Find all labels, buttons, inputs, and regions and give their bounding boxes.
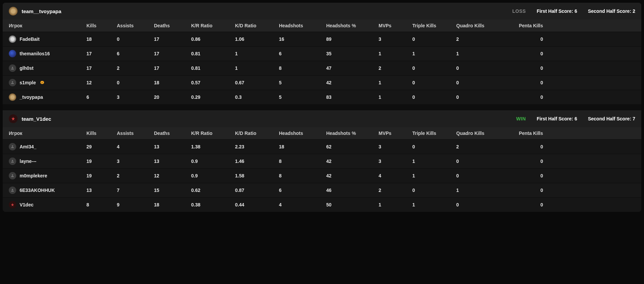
player-name[interactable]: _tvoypapa <box>20 94 43 100</box>
stat-tk: 1 <box>412 159 456 164</box>
player-row[interactable]: themanilos16176170.8116351110 <box>3 46 641 61</box>
stat-kr: 1.38 <box>191 144 235 149</box>
column-header-kills[interactable]: Kills <box>86 131 117 136</box>
column-header-kr[interactable]: K/R Ratio <box>191 23 235 28</box>
player-name[interactable]: themanilos16 <box>20 51 50 56</box>
stat-deaths: 13 <box>154 144 191 149</box>
column-header-hs[interactable]: Headshots <box>279 23 326 28</box>
player-name[interactable]: AmI34_ <box>20 144 36 149</box>
stat-hsp: 35 <box>326 51 379 56</box>
stat-pk: 0 <box>509 36 546 42</box>
player-avatar <box>9 50 16 57</box>
column-header-deaths[interactable]: Deaths <box>154 131 191 136</box>
player-row[interactable]: V1dec89180.380.444501100 <box>3 197 641 212</box>
stat-assists: 9 <box>117 202 154 207</box>
player-row[interactable]: m0mplekere192120.91.588424100 <box>3 168 641 183</box>
team-logo <box>9 114 18 123</box>
stat-assists: 6 <box>117 51 154 56</box>
stat-kr: 0.81 <box>191 51 235 56</box>
stat-assists: 0 <box>117 80 154 85</box>
player-row[interactable]: FadeBait180170.861.0616893020 <box>3 32 641 46</box>
stat-kills: 8 <box>86 202 117 207</box>
team-name[interactable]: team_V1dec <box>22 116 51 122</box>
stat-kd: 0.3 <box>235 94 279 100</box>
column-header-pk[interactable]: Penta Kills <box>509 23 546 28</box>
stat-hs: 8 <box>279 173 326 178</box>
stat-hsp: 42 <box>326 80 379 85</box>
stat-kr: 0.9 <box>191 159 235 164</box>
player-row[interactable]: AmI34_294131.382.2318623020 <box>3 139 641 154</box>
section-spacer <box>3 104 641 110</box>
stat-pk: 0 <box>509 94 546 100</box>
stat-pk: 0 <box>509 51 546 56</box>
column-header-player[interactable]: Игрок <box>9 131 86 136</box>
column-header-kd[interactable]: K/D Ratio <box>235 131 279 136</box>
first-half-score: First Half Score: 6 <box>537 8 577 14</box>
team-header-left: team_V1dec <box>9 114 516 123</box>
stat-tk: 0 <box>412 80 456 85</box>
column-header-deaths[interactable]: Deaths <box>154 23 191 28</box>
player-cell: themanilos16 <box>9 50 86 57</box>
stat-mvps: 1 <box>379 202 412 207</box>
team-name[interactable]: team__tvoypapa <box>22 8 61 14</box>
column-header-hsp[interactable]: Headshots % <box>326 23 379 28</box>
player-avatar <box>9 93 16 101</box>
stat-kr: 0.38 <box>191 202 235 207</box>
stat-kd: 1.46 <box>235 159 279 164</box>
stat-tk: 0 <box>412 36 456 42</box>
column-header-assists[interactable]: Assists <box>117 23 154 28</box>
stat-assists: 7 <box>117 188 154 193</box>
stat-kd: 2.23 <box>235 144 279 149</box>
stat-kills: 19 <box>86 159 117 164</box>
stat-deaths: 18 <box>154 80 191 85</box>
stat-kr: 0.81 <box>191 65 235 71</box>
column-header-hs[interactable]: Headshots <box>279 131 326 136</box>
stat-assists: 3 <box>117 159 154 164</box>
column-header-tk[interactable]: Triple Kills <box>412 131 456 136</box>
stat-pk: 0 <box>509 188 546 193</box>
column-header-player[interactable]: Игрок <box>9 23 86 28</box>
player-avatar <box>9 201 16 208</box>
column-header-kr[interactable]: K/R Ratio <box>191 131 235 136</box>
stat-pk: 0 <box>509 159 546 164</box>
column-header-kills[interactable]: Kills <box>86 23 117 28</box>
stat-mvps: 1 <box>379 94 412 100</box>
player-name[interactable]: 6E33AKOHHUK <box>20 188 55 193</box>
column-header-pk[interactable]: Penta Kills <box>509 131 546 136</box>
stat-kr: 0.29 <box>191 94 235 100</box>
column-header-mvps[interactable]: MVPs <box>379 131 412 136</box>
column-header-kd[interactable]: K/D Ratio <box>235 23 279 28</box>
stat-kd: 0.87 <box>235 188 279 193</box>
player-row[interactable]: glh0st172170.8118472000 <box>3 61 641 75</box>
svg-marker-1 <box>11 203 14 206</box>
first-half-score: First Half Score: 6 <box>537 116 577 121</box>
stat-hs: 8 <box>279 65 326 71</box>
player-name[interactable]: FadeBait <box>20 36 40 42</box>
player-name[interactable]: s1mple <box>20 80 36 85</box>
column-header-assists[interactable]: Assists <box>117 131 154 136</box>
stat-hs: 5 <box>279 94 326 100</box>
player-row[interactable]: layne---193130.91.468423100 <box>3 154 641 168</box>
player-row[interactable]: _tvoypapa63200.290.35831000 <box>3 90 641 104</box>
player-name[interactable]: V1dec <box>20 202 33 207</box>
player-name[interactable]: glh0st <box>20 65 33 71</box>
stat-hsp: 62 <box>326 144 379 149</box>
column-header-hsp[interactable]: Headshots % <box>326 131 379 136</box>
column-header-qk[interactable]: Quadro Kills <box>456 23 509 28</box>
player-row[interactable]: 6E33AKOHHUK137150.620.876462010 <box>3 183 641 197</box>
column-header-mvps[interactable]: MVPs <box>379 23 412 28</box>
stat-kr: 0.62 <box>191 188 235 193</box>
team-section: team_V1decWINFirst Half Score: 6Second H… <box>3 110 641 212</box>
stats-table: ИгрокKillsAssistsDeathsK/R RatioK/D Rati… <box>3 127 641 212</box>
stat-qk: 2 <box>456 144 509 149</box>
column-header-qk[interactable]: Quadro Kills <box>456 131 509 136</box>
stat-tk: 0 <box>412 65 456 71</box>
column-header-tk[interactable]: Triple Kills <box>412 23 456 28</box>
player-name[interactable]: layne--- <box>20 159 36 164</box>
stat-hsp: 89 <box>326 36 379 42</box>
player-name[interactable]: m0mplekere <box>20 173 47 178</box>
stat-kd: 1.06 <box>235 36 279 42</box>
player-row[interactable]: s1mple120180.570.675421000 <box>3 75 641 90</box>
stat-hs: 5 <box>279 80 326 85</box>
stat-kr: 0.9 <box>191 173 235 178</box>
